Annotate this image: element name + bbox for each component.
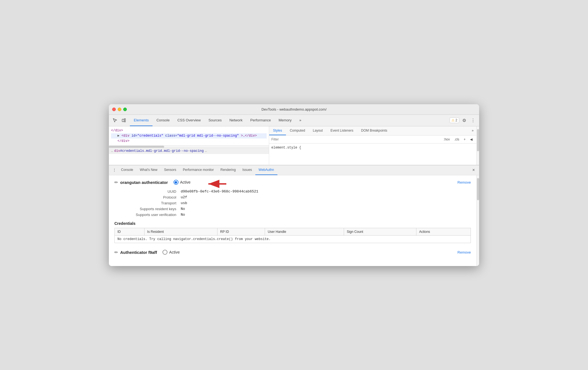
styles-tab-computed[interactable]: Computed [286, 126, 309, 135]
browser-window: DevTools - webauthndemo.appspot.com/ Ele… [109, 104, 479, 266]
warning-icon: ⚠ [452, 118, 455, 122]
tab-more[interactable]: » [295, 115, 305, 126]
bottom-drawer: ⋮ Console What's New Sensors Performance… [109, 165, 479, 266]
col-sign-count: Sign Count [344, 228, 416, 235]
credentials-table-header: ID Is Resident RP ID User Handle Sign Co… [115, 228, 471, 235]
device-toolbar-icon[interactable] [120, 116, 128, 124]
svg-rect-0 [122, 119, 124, 122]
titlebar: DevTools - webauthndemo.appspot.com/ [109, 104, 479, 115]
active-label-1: Active [180, 180, 191, 184]
remove-link-1[interactable]: Remove [458, 180, 471, 184]
active-radio-1[interactable] [174, 180, 179, 185]
tab-sources[interactable]: Sources [204, 115, 225, 126]
resident-keys-value: No [181, 207, 185, 211]
user-verification-label: Supports user verification [121, 213, 176, 217]
collapse-button[interactable]: ◀ [468, 137, 474, 142]
toolbar-right: ⚠ 2 ⚙ ⋮ [450, 116, 477, 124]
credentials-section-1: Credentials ID Is Resident RP ID User Ha… [114, 221, 471, 243]
drawer-menu-button[interactable]: ⋮ [111, 167, 118, 173]
warning-count: 2 [455, 118, 457, 122]
drawer-tab-issues[interactable]: Issues [239, 165, 255, 175]
breadcrumb-more[interactable]: … [205, 149, 207, 153]
drawer-tab-perf-monitor[interactable]: Performance monitor [180, 165, 217, 175]
styles-tab-styles[interactable]: Styles [269, 126, 286, 135]
elements-lines: </div> ▶ <div id="credentials" class="md… [109, 126, 269, 146]
authenticator-header-2: ✏ Authenticator f9aff Active Remove [114, 250, 471, 255]
active-radio-2[interactable] [162, 250, 167, 255]
styles-tabs: Styles Computed Layout Event Listeners D… [269, 126, 476, 136]
credentials-header-row: ID Is Resident RP ID User Handle Sign Co… [115, 228, 471, 235]
add-style-button[interactable]: + [462, 137, 467, 142]
styles-tab-more[interactable]: » [469, 126, 476, 135]
styles-content: element.style { [269, 144, 476, 152]
cls-button[interactable]: .cls [453, 137, 461, 142]
styles-tab-layout[interactable]: Layout [309, 126, 327, 135]
tab-network[interactable]: Network [225, 115, 246, 126]
credentials-table: ID Is Resident RP ID User Handle Sign Co… [114, 228, 471, 243]
html-line-2-selected[interactable]: ▶ <div id="credentials" class="mdl-grid … [111, 133, 267, 139]
uuid-label: UUID [121, 189, 176, 194]
resident-keys-label: Supports resident keys [121, 207, 176, 211]
toolbar-icons [111, 116, 128, 124]
tab-performance[interactable]: Performance [246, 115, 275, 126]
styles-filter-input[interactable] [271, 137, 440, 141]
user-verification-value: No [181, 213, 185, 217]
edit-icon-1[interactable]: ✏ [114, 180, 118, 185]
breadcrumb-tag[interactable]: div#credentials.mdl-grid.mdl-grid--no-sp… [114, 149, 204, 153]
styles-filter-buttons: :hov .cls + ◀ [442, 137, 474, 142]
drawer-tab-webauthn[interactable]: WebAuthn [255, 165, 277, 175]
credentials-table-body: No credentials. Try calling navigator.cr… [115, 235, 471, 243]
fullscreen-button[interactable] [123, 108, 127, 111]
drawer-tab-rendering[interactable]: Rendering [217, 165, 239, 175]
scrollbar-thumb [477, 129, 479, 151]
drawer-tab-sensors[interactable]: Sensors [161, 165, 180, 175]
styles-filter-bar: :hov .cls + ◀ [269, 136, 476, 144]
top-panels: </div> ▶ <div id="credentials" class="md… [109, 126, 479, 165]
detail-row-resident-keys: Supports resident keys No [121, 207, 471, 211]
html-line-1: </div> [111, 128, 267, 133]
col-id: ID [115, 228, 145, 235]
main-scrollbar[interactable] [476, 126, 479, 165]
tab-console[interactable]: Console [153, 115, 174, 126]
breadcrumb-dots: … [111, 149, 113, 153]
col-is-resident: Is Resident [144, 228, 217, 235]
webauthn-content: ✏ orangutan authenticator Active [109, 175, 476, 266]
drawer-close-button[interactable]: × [470, 167, 477, 173]
tab-css-overview[interactable]: CSS Overview [174, 115, 205, 126]
col-user-handle: User Handle [265, 228, 344, 235]
red-arrow-annotation [203, 177, 228, 191]
detail-row-uuid: UUID d98e08fb-0efc-43e6-968c-99844cab652… [121, 189, 471, 194]
no-creds-code: navigator.credentials.create() [173, 237, 233, 241]
more-options-icon[interactable]: ⋮ [469, 116, 477, 124]
main-area: </div> ▶ <div id="credentials" class="md… [109, 126, 479, 266]
edit-icon-2[interactable]: ✏ [114, 250, 118, 255]
devtools-tabs: Elements Console CSS Overview Sources Ne… [130, 115, 450, 126]
remove-link-2[interactable]: Remove [458, 250, 471, 254]
detail-row-transport: Transport usb [121, 201, 471, 205]
devtools-toolbar: Elements Console CSS Overview Sources Ne… [109, 115, 479, 126]
authenticator-name-1: orangutan authenticator [120, 180, 168, 185]
svg-rect-1 [124, 119, 125, 122]
styles-tab-event-listeners[interactable]: Event Listeners [327, 126, 357, 135]
traffic-lights [112, 108, 127, 111]
webauthn-scrollbar[interactable] [476, 175, 479, 266]
tab-memory[interactable]: Memory [275, 115, 295, 126]
no-credentials-row: No credentials. Try calling navigator.cr… [115, 235, 471, 243]
html-line-3: </div> [111, 139, 267, 144]
drawer-tab-console[interactable]: Console [118, 165, 136, 175]
tab-elements[interactable]: Elements [130, 115, 153, 126]
settings-icon[interactable]: ⚙ [460, 116, 468, 124]
authenticator-header-1: ✏ orangutan authenticator Active [114, 180, 471, 185]
minimize-button[interactable] [118, 108, 121, 111]
window-title: DevTools - webauthndemo.appspot.com/ [261, 107, 327, 111]
hov-button[interactable]: :hov [442, 137, 452, 142]
element-picker-icon[interactable] [111, 116, 119, 124]
drawer-tab-whats-new[interactable]: What's New [136, 165, 161, 175]
close-button[interactable] [112, 108, 116, 111]
expand-icon[interactable]: ▶ [117, 134, 121, 138]
protocol-value: u2f [181, 195, 187, 199]
styles-tab-dom-breakpoints[interactable]: DOM Breakpoints [357, 126, 391, 135]
drawer-tabs-bar: ⋮ Console What's New Sensors Performance… [109, 165, 479, 175]
warning-badge[interactable]: ⚠ 2 [450, 118, 459, 123]
active-label-2: Active [169, 250, 180, 254]
